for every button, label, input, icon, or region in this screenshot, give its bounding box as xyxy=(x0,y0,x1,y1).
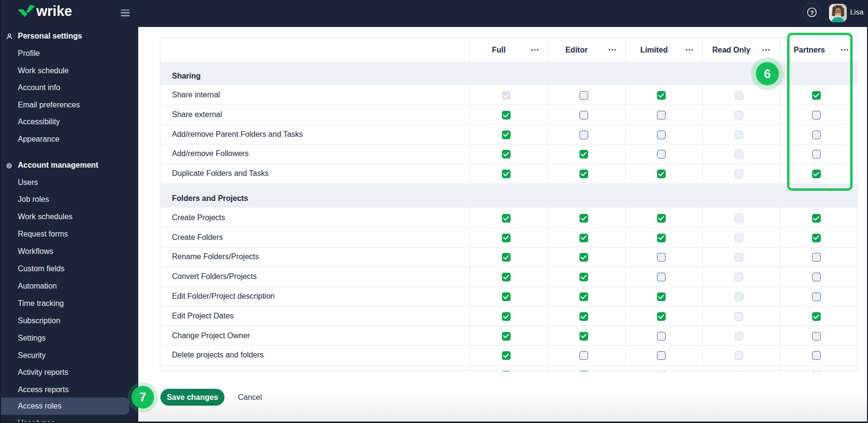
svg-text:?: ? xyxy=(810,9,814,16)
